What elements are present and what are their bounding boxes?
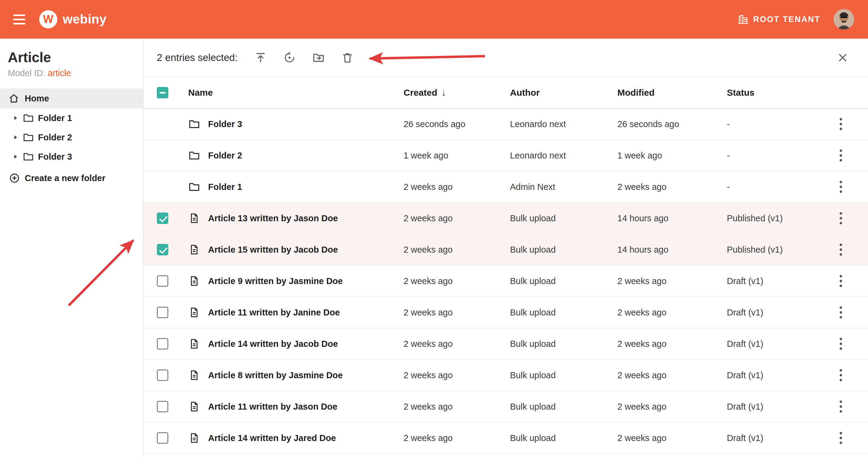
restore-icon [283,51,296,64]
home-label: Home [25,93,49,104]
building-icon [738,14,749,25]
status-cell: Draft (v1) [727,276,829,286]
table-row[interactable]: Article 14 written by Jared Doe 2 weeks … [144,423,868,454]
document-icon [188,306,200,318]
row-actions-menu[interactable] [837,366,845,384]
chevron-right-icon[interactable] [12,115,19,121]
entry-name[interactable]: Folder 1 [208,182,242,192]
author-cell: Bulk upload [510,308,617,318]
delete-button[interactable] [337,47,358,68]
trash-icon [341,51,354,64]
column-header-author[interactable]: Author [510,88,617,98]
move-to-folder-button[interactable] [308,47,329,68]
table-row[interactable]: Article 15 written by Jacob Doe 2 weeks … [144,234,868,266]
created-cell: 1 week ago [404,151,510,161]
select-all-checkbox[interactable] [157,87,168,98]
status-cell: - [727,182,829,192]
row-actions-menu[interactable] [837,303,845,321]
export-button[interactable] [250,47,272,68]
row-checkbox[interactable] [157,432,168,444]
row-checkbox[interactable] [157,369,168,381]
table-row[interactable]: Article 9 written by Jasmine Doe 2 weeks… [144,266,868,297]
document-icon [188,275,200,287]
column-header-modified[interactable]: Modified [617,88,727,98]
top-bar: W webiny ROOT TENANT [0,0,868,39]
row-actions-menu[interactable] [837,146,845,165]
modified-cell: 26 seconds ago [617,119,727,129]
modified-cell: 2 weeks ago [617,182,727,192]
row-actions-menu[interactable] [837,240,845,259]
model-id-label: Model ID: [8,68,45,78]
model-id-value[interactable]: article [48,68,71,78]
status-cell: - [727,151,829,161]
created-cell: 2 weeks ago [404,182,510,192]
created-cell: 2 weeks ago [404,276,510,286]
row-checkbox[interactable] [157,212,168,224]
table-row[interactable]: Folder 3 26 seconds ago Leonardo next 26… [144,109,868,140]
row-actions-menu[interactable] [837,115,845,133]
entry-name[interactable]: Folder 3 [208,119,242,129]
modified-cell: 14 hours ago [617,213,727,223]
table-row[interactable]: Article 14 written by Jacob Doe 2 weeks … [144,329,868,360]
created-cell: 2 weeks ago [404,433,510,443]
folder-label: Folder 3 [38,152,72,162]
status-cell: Draft (v1) [727,370,829,380]
row-actions-menu[interactable] [837,272,845,290]
chevron-right-icon[interactable] [12,134,19,141]
entry-name[interactable]: Article 15 written by Jacob Doe [208,245,338,255]
hamburger-icon [13,15,25,16]
create-folder-button[interactable]: Create a new folder [0,168,143,188]
row-actions-menu[interactable] [837,429,845,447]
sidebar-folder-item[interactable]: Folder 3 [0,147,143,166]
row-checkbox[interactable] [157,244,168,255]
row-actions-menu[interactable] [837,209,845,227]
modified-cell: 2 weeks ago [617,402,727,412]
webiny-logo[interactable]: W webiny [39,10,106,28]
entry-name[interactable]: Article 14 written by Jacob Doe [208,339,338,349]
entry-name[interactable]: Folder 2 [208,151,242,161]
user-avatar[interactable] [834,9,854,30]
table-row[interactable]: Folder 2 1 week ago Leonardo next 1 week… [144,140,868,171]
row-actions-menu[interactable] [837,335,845,353]
row-actions-menu[interactable] [837,398,845,416]
sidebar-folder-item[interactable]: Folder 1 [0,108,143,128]
entry-name[interactable]: Article 11 written by Janine Doe [208,308,340,318]
close-selection-button[interactable] [833,48,852,67]
folder-icon [188,118,200,130]
column-header-created[interactable]: Created [404,88,437,98]
chevron-right-icon[interactable] [12,153,19,160]
entry-name[interactable]: Article 14 written by Jared Doe [208,433,336,443]
author-cell: Bulk upload [510,213,617,223]
row-actions-menu[interactable] [837,178,845,196]
menu-button[interactable] [13,13,27,26]
webiny-logo-icon: W [39,10,57,28]
column-header-name[interactable]: Name [177,88,404,98]
restore-button[interactable] [279,47,300,68]
table-row[interactable]: Folder 1 2 weeks ago Admin Next 2 weeks … [144,171,868,203]
create-folder-label: Create a new folder [25,173,105,183]
column-header-status[interactable]: Status [727,88,829,98]
selection-count-label: 2 entries selected: [157,52,238,63]
entry-name[interactable]: Article 13 written by Jason Doe [208,213,338,223]
sidebar-folder-item[interactable]: Folder 2 [0,128,143,147]
row-checkbox[interactable] [157,275,168,287]
table-row[interactable]: Article 8 written by Jasmine Doe 2 weeks… [144,360,868,391]
status-cell: Draft (v1) [727,308,829,318]
document-icon [188,244,200,256]
sort-desc-icon[interactable]: ↓ [441,88,446,98]
table-row[interactable]: Article 11 written by Jason Doe 2 weeks … [144,391,868,423]
table-row[interactable]: Article 11 written by Janine Doe 2 weeks… [144,297,868,329]
entry-name[interactable]: Article 11 written by Jason Doe [208,402,338,412]
modified-cell: 2 weeks ago [617,370,727,380]
entry-name[interactable]: Article 9 written by Jasmine Doe [208,276,343,286]
modified-cell: 2 weeks ago [617,276,727,286]
table-row[interactable]: Article 13 written by Jason Doe 2 weeks … [144,203,868,234]
status-cell: Published (v1) [727,213,829,223]
row-checkbox[interactable] [157,338,168,349]
row-checkbox[interactable] [157,307,168,318]
sidebar-item-home[interactable]: Home [0,88,143,108]
entry-name[interactable]: Article 8 written by Jasmine Doe [208,370,343,380]
row-checkbox[interactable] [157,401,168,412]
author-cell: Bulk upload [510,339,617,349]
tenant-selector[interactable]: ROOT TENANT [738,14,820,25]
